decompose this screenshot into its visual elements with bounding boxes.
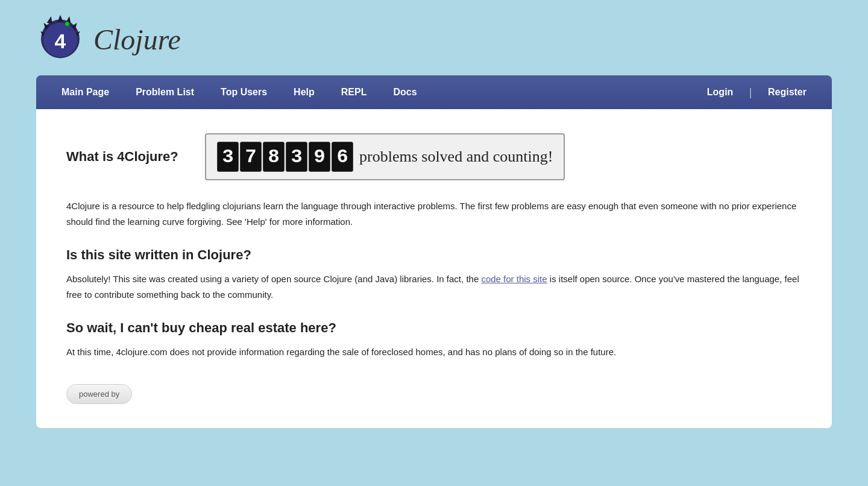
section2-text: Absolutely! This site was created using … (66, 271, 802, 302)
logo-text: Clojure (93, 23, 181, 56)
digit-5: 9 (309, 142, 330, 172)
section2: Is this site written in Clojure? Absolut… (66, 247, 802, 302)
digit-2: 7 (240, 142, 262, 172)
section3-text: At this time, 4clojure.com does not prov… (66, 344, 802, 360)
section2-heading: Is this site written in Clojure? (66, 247, 802, 263)
svg-marker-5 (47, 16, 52, 24)
nav-repl[interactable]: REPL (328, 76, 380, 109)
logo-image: 4 (36, 12, 90, 66)
counter-box: 3 7 8 3 9 6 problems solved and counting… (205, 133, 565, 180)
powered-by-area: powered by (66, 378, 802, 404)
digit-6: 6 (332, 142, 353, 172)
section3-heading: So wait, I can't buy cheap real estate h… (66, 320, 802, 336)
fork-ribbon-link[interactable]: Fork me on GitHub (825, 0, 868, 26)
nav-help[interactable]: Help (280, 76, 328, 109)
nav-docs[interactable]: Docs (380, 76, 430, 109)
nav-login[interactable]: Login (694, 76, 747, 109)
section2-text-before: Absolutely! This site was created using … (66, 274, 481, 284)
header-area: 4 Clojure Main Page Problem List Top Use… (0, 0, 868, 109)
nav-divider: | (746, 86, 755, 99)
nav-top-users[interactable]: Top Users (207, 76, 280, 109)
logo-area: 4 Clojure (36, 12, 832, 75)
svg-text:4: 4 (55, 30, 66, 52)
svg-marker-1 (58, 14, 63, 22)
nav-main-page[interactable]: Main Page (48, 76, 122, 109)
section3: So wait, I can't buy cheap real estate h… (66, 320, 802, 360)
powered-by-badge: powered by (66, 384, 132, 404)
nav-bar: Main Page Problem List Top Users Help RE… (36, 75, 832, 109)
counter-section: What is 4Clojure? 3 7 8 3 9 6 problems s… (66, 133, 802, 180)
counter-digits: 3 7 8 3 9 6 (217, 142, 353, 172)
what-title: What is 4Clojure? (66, 149, 187, 165)
fork-ribbon[interactable]: Fork me on GitHub (778, 0, 868, 90)
code-link[interactable]: code for this site (481, 274, 547, 284)
counter-label: problems solved and counting! (359, 148, 553, 166)
intro-section: 4Clojure is a resource to help fledgling… (66, 198, 802, 229)
digit-4: 3 (286, 142, 307, 172)
digit-1: 3 (217, 142, 239, 172)
nav-links: Main Page Problem List Top Users Help RE… (48, 76, 694, 109)
svg-point-10 (65, 22, 69, 26)
main-container: What is 4Clojure? 3 7 8 3 9 6 problems s… (36, 109, 832, 428)
digit-3: 8 (263, 142, 285, 172)
intro-text: 4Clojure is a resource to help fledgling… (66, 198, 802, 229)
nav-problem-list[interactable]: Problem List (122, 76, 207, 109)
